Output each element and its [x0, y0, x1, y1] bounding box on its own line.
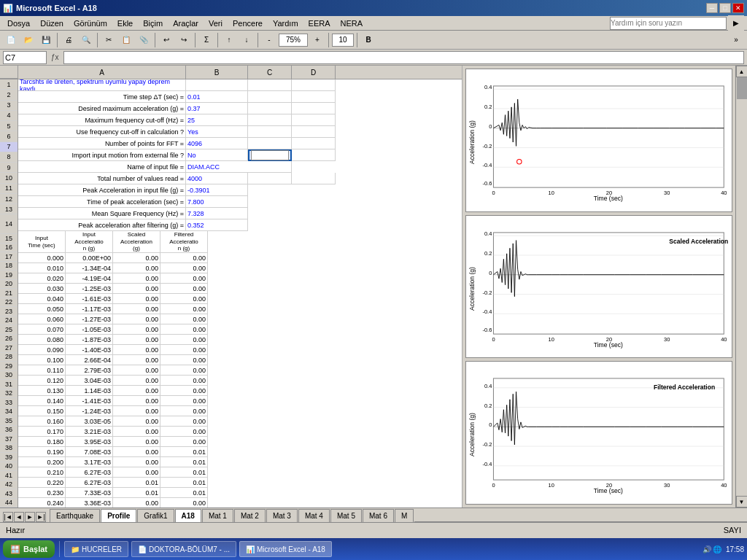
cell-a13[interactable]: Peak acceleration after filtering (g) = [18, 219, 186, 231]
cell-c6[interactable] [248, 138, 292, 149]
list-item[interactable]: 0.100 [18, 355, 66, 365]
list-item[interactable]: 0.210 [18, 467, 66, 478]
list-item[interactable]: 0.00 [113, 294, 160, 304]
redo-button[interactable]: ↪ [176, 32, 192, 48]
cell-d1[interactable] [292, 79, 336, 91]
menu-bicim[interactable]: Biçim [139, 18, 167, 29]
list-item[interactable]: -1.05E-03 [66, 324, 113, 335]
table-row[interactable]: 0.2106.27E-030.000.01 [18, 467, 462, 478]
list-item[interactable]: 0.00 [113, 324, 160, 335]
table-row[interactable]: 0.140-1.41E-030.000.00 [18, 396, 462, 406]
row-header-31[interactable]: 31 [0, 380, 18, 389]
row-header-34[interactable]: 34 [0, 408, 18, 417]
cell-c3[interactable] [248, 103, 292, 114]
cell-b12[interactable]: 7.328 [186, 208, 248, 219]
tab-m[interactable]: M [395, 509, 414, 522]
list-item[interactable]: 3.17E-03 [66, 457, 113, 467]
cut-button[interactable]: ✂ [101, 32, 117, 48]
table-row[interactable]: 0.080-1.87E-030.000.00 [18, 335, 462, 345]
table-row[interactable]: 0.050-1.17E-030.000.00 [18, 304, 462, 314]
cell-b1[interactable] [186, 79, 248, 91]
cell-input-box[interactable] [251, 150, 289, 160]
row-header-3[interactable]: 3 [0, 101, 18, 111]
cell-b8[interactable]: DIAM.ACC [186, 161, 292, 173]
list-item[interactable]: 0.00 [160, 284, 208, 294]
more-tools-button[interactable]: » [728, 32, 744, 48]
cell-a4[interactable]: Maximum frequency cut-off (Hz) = [18, 114, 186, 126]
row-header-28[interactable]: 28 [0, 353, 18, 362]
table-row[interactable]: 0.2307.33E-030.010.01 [18, 488, 462, 498]
table-row[interactable]: 0.2003.17E-030.000.01 [18, 457, 462, 467]
row-header-32[interactable]: 32 [0, 389, 18, 399]
menu-araclar[interactable]: Araçlar [169, 18, 203, 29]
list-item[interactable]: 0.00 [113, 314, 160, 324]
list-item[interactable]: 1.14E-03 [66, 386, 113, 396]
row-header-15[interactable]: 15 [0, 234, 18, 244]
row-header-14[interactable]: 14 [0, 214, 18, 234]
cell-b6[interactable]: 4096 [186, 138, 248, 149]
cell-d3[interactable] [292, 103, 336, 114]
table-row[interactable]: 0.1703.21E-030.000.00 [18, 427, 462, 437]
formula-input[interactable] [63, 51, 744, 64]
list-item[interactable]: 0.00 [160, 273, 208, 284]
row-header-13[interactable]: 13 [0, 204, 18, 214]
help-search-input[interactable] [610, 17, 727, 30]
tab-next-button[interactable]: ► [25, 512, 35, 522]
paste-button[interactable]: 📎 [136, 32, 152, 48]
table-row[interactable]: 0.090-1.40E-030.000.00 [18, 345, 462, 355]
new-button[interactable]: 📄 [3, 32, 19, 48]
row-header-38[interactable]: 38 [0, 444, 18, 454]
list-item[interactable]: 0.00 [113, 345, 160, 355]
list-item[interactable]: 0.140 [18, 396, 66, 406]
row-header-25[interactable]: 25 [0, 325, 18, 335]
list-item[interactable]: 0.110 [18, 365, 66, 376]
table-row[interactable]: 0.0000.00E+000.000.00 [18, 253, 462, 263]
list-item[interactable]: 0.00 [113, 396, 160, 406]
list-item[interactable]: 0.150 [18, 406, 66, 416]
list-item[interactable]: 0.00 [113, 284, 160, 294]
name-box[interactable]: C7 [3, 51, 47, 64]
menu-duzen[interactable]: Düzen [36, 18, 68, 29]
list-item[interactable]: 0.00 [160, 365, 208, 376]
list-item[interactable]: 0.00 [160, 386, 208, 396]
list-item[interactable]: -1.40E-03 [66, 345, 113, 355]
scrollbar-thumb[interactable] [737, 77, 747, 99]
list-item[interactable]: -1.25E-03 [66, 284, 113, 294]
list-item[interactable]: 3.21E-03 [66, 427, 113, 437]
list-item[interactable]: 0.130 [18, 386, 66, 396]
zoom-increase-button[interactable]: + [309, 32, 325, 48]
cell-a5[interactable]: Use frequency cut-off in calculation ? [18, 126, 186, 138]
table-row[interactable]: 0.1301.14E-030.000.00 [18, 386, 462, 396]
list-item[interactable]: 0.00 [160, 345, 208, 355]
list-item[interactable]: 7.08E-03 [66, 447, 113, 457]
taskbar-item-doktora[interactable]: 📄 DOKTORA-BÖLÜM7 - ... [131, 541, 236, 557]
list-item[interactable]: 0.01 [160, 467, 208, 478]
table-row[interactable]: 0.070-1.05E-030.000.00 [18, 324, 462, 335]
row-header-10[interactable]: 10 [0, 173, 18, 183]
row-header-1[interactable]: 1 [0, 79, 18, 90]
row-header-18[interactable]: 18 [0, 262, 18, 271]
menu-veri[interactable]: Veri [204, 18, 227, 29]
list-item[interactable]: 0.00 [160, 427, 208, 437]
table-row[interactable]: 0.2206.27E-030.010.01 [18, 478, 462, 488]
tab-mat5[interactable]: Mat 5 [330, 509, 362, 522]
list-item[interactable]: 0.00 [160, 406, 208, 416]
list-item[interactable]: 0.01 [113, 488, 160, 498]
row-header-39[interactable]: 39 [0, 453, 18, 462]
list-item[interactable]: 0.00 [113, 467, 160, 478]
sort-asc-button[interactable]: ↑ [221, 32, 237, 48]
start-button[interactable]: 🪟 Başlat [3, 540, 55, 558]
cell-a3[interactable]: Desired maximum acceleration (g) = [18, 103, 186, 114]
cell-b13[interactable]: 0.352 [186, 219, 248, 231]
minimize-button[interactable]: ─ [706, 3, 718, 13]
cell-d2[interactable] [292, 91, 336, 103]
menu-goruntu[interactable]: Görünüm [69, 18, 112, 29]
table-row[interactable]: 0.1102.79E-030.000.00 [18, 365, 462, 376]
list-item[interactable]: 3.36E-03 [66, 498, 113, 508]
list-item[interactable]: 2.79E-03 [66, 365, 113, 376]
list-item[interactable]: 0.00 [113, 365, 160, 376]
row-header-33[interactable]: 33 [0, 398, 18, 408]
tab-last-button[interactable]: ►| [36, 512, 46, 522]
row-header-26[interactable]: 26 [0, 335, 18, 344]
list-item[interactable]: 0.010 [18, 263, 66, 273]
